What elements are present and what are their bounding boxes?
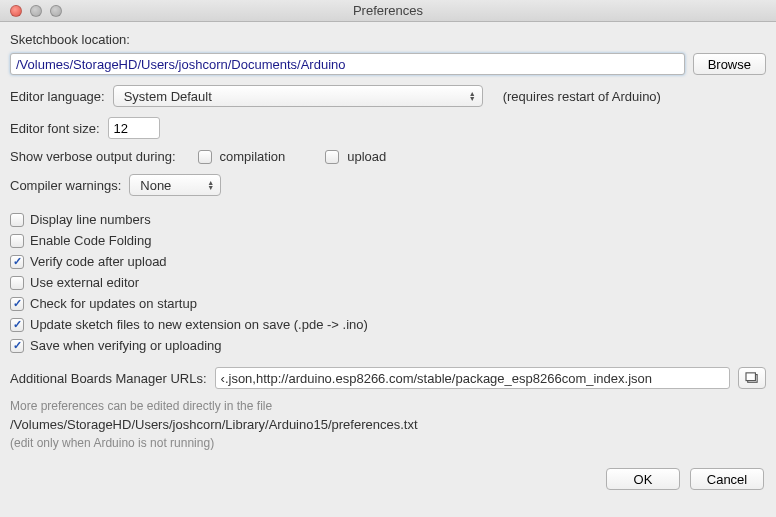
boards-urls-input[interactable]	[215, 367, 730, 389]
boards-urls-expand-button[interactable]	[738, 367, 766, 389]
cancel-button[interactable]: Cancel	[690, 468, 764, 490]
option-label: Check for updates on startup	[30, 296, 197, 311]
option-checkbox[interactable]	[10, 234, 24, 248]
window-list-icon	[745, 372, 759, 384]
editor-font-size-input[interactable]	[108, 117, 160, 139]
editor-language-value: System Default	[124, 89, 212, 104]
ok-button[interactable]: OK	[606, 468, 680, 490]
upload-checkbox[interactable]	[325, 150, 339, 164]
compiler-warnings-select[interactable]: None ▲▼	[129, 174, 221, 196]
close-window-button[interactable]	[10, 5, 22, 17]
upload-label: upload	[347, 149, 386, 164]
minimize-window-button[interactable]	[30, 5, 42, 17]
option-checkbox[interactable]	[10, 276, 24, 290]
compiler-warnings-label: Compiler warnings:	[10, 178, 121, 193]
option-label: Verify code after upload	[30, 254, 167, 269]
option-label: Update sketch files to new extension on …	[30, 317, 368, 332]
sketchbook-location-input[interactable]	[10, 53, 685, 75]
option-checkbox[interactable]	[10, 318, 24, 332]
option-checkbox[interactable]	[10, 339, 24, 353]
option-label: Enable Code Folding	[30, 233, 151, 248]
updown-arrows-icon: ▲▼	[469, 91, 476, 101]
sketchbook-location-label: Sketchbook location:	[10, 32, 766, 47]
options-checkbox-list: Display line numbersEnable Code FoldingV…	[10, 212, 766, 353]
option-row: Check for updates on startup	[10, 296, 766, 311]
option-label: Display line numbers	[30, 212, 151, 227]
footer-note-1: More preferences can be edited directly …	[10, 399, 766, 413]
window-title: Preferences	[0, 3, 776, 18]
boards-urls-label: Additional Boards Manager URLs:	[10, 371, 207, 386]
titlebar: Preferences	[0, 0, 776, 22]
compilation-checkbox[interactable]	[198, 150, 212, 164]
option-row: Display line numbers	[10, 212, 766, 227]
option-row: Enable Code Folding	[10, 233, 766, 248]
option-row: Save when verifying or uploading	[10, 338, 766, 353]
traffic-lights	[0, 5, 62, 17]
option-checkbox[interactable]	[10, 213, 24, 227]
option-row: Use external editor	[10, 275, 766, 290]
svg-rect-1	[746, 373, 755, 381]
editor-language-label: Editor language:	[10, 89, 105, 104]
updown-arrows-icon: ▲▼	[207, 180, 214, 190]
footer-prefs-path: /Volumes/StorageHD/Users/joshcorn/Librar…	[10, 417, 766, 432]
option-checkbox[interactable]	[10, 297, 24, 311]
compilation-label: compilation	[220, 149, 286, 164]
footer-notes: More preferences can be edited directly …	[10, 399, 766, 450]
browse-button[interactable]: Browse	[693, 53, 766, 75]
editor-font-size-label: Editor font size:	[10, 121, 100, 136]
option-row: Verify code after upload	[10, 254, 766, 269]
zoom-window-button[interactable]	[50, 5, 62, 17]
option-row: Update sketch files to new extension on …	[10, 317, 766, 332]
editor-language-select[interactable]: System Default ▲▼	[113, 85, 483, 107]
verbose-output-label: Show verbose output during:	[10, 149, 176, 164]
preferences-content: Sketchbook location: Browse Editor langu…	[0, 22, 776, 462]
option-checkbox[interactable]	[10, 255, 24, 269]
editor-language-note: (requires restart of Arduino)	[503, 89, 661, 104]
option-label: Save when verifying or uploading	[30, 338, 222, 353]
dialog-buttons: OK Cancel	[0, 462, 776, 502]
option-label: Use external editor	[30, 275, 139, 290]
compiler-warnings-value: None	[140, 178, 171, 193]
footer-note-2: (edit only when Arduino is not running)	[10, 436, 766, 450]
